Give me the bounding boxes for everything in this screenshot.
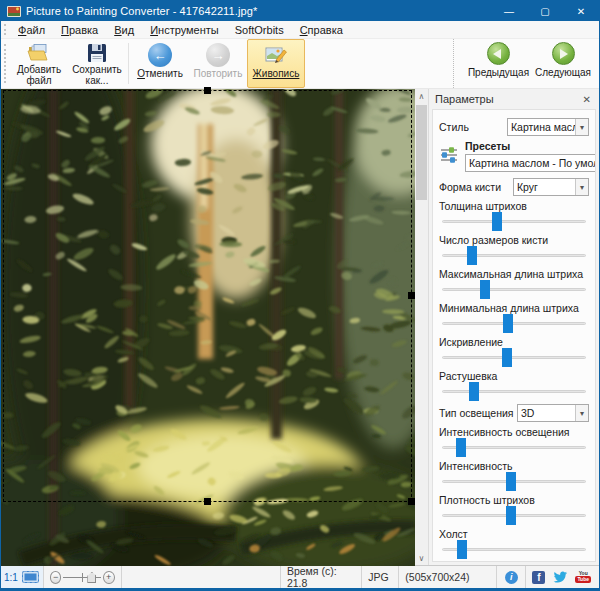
lighting-dropdown[interactable]: 3D ▾ <box>517 404 589 422</box>
fit-screen-button[interactable] <box>22 571 39 583</box>
menu-view[interactable]: Вид <box>106 23 142 37</box>
minimize-button[interactable]: — <box>491 1 527 21</box>
slider-thumb[interactable] <box>469 382 479 401</box>
caret-down-icon[interactable]: ▾ <box>575 119 588 135</box>
facebook-icon[interactable]: f <box>532 571 545 584</box>
slider-track[interactable] <box>442 382 586 402</box>
brush-shape-label: Форма кисти <box>439 181 501 193</box>
redo-arrow-icon: → <box>206 43 230 67</box>
window-title: Picture to Painting Converter - 41764221… <box>26 5 491 17</box>
next-button[interactable]: Следующая <box>535 42 591 86</box>
panel-title: Параметры <box>435 93 494 105</box>
slider-row: Плотность штрихов <box>439 494 589 526</box>
brush-shape-dropdown[interactable]: Круг ▾ <box>513 178 589 196</box>
zoom-out-button[interactable]: − <box>50 571 62 584</box>
zoom-slider-thumb[interactable] <box>87 572 96 583</box>
youtube-icon[interactable]: You Tube <box>575 571 591 583</box>
slider-row: Интенсивность освещения <box>439 426 589 458</box>
slider-row: Интенсивность <box>439 460 589 492</box>
save-as-button[interactable]: Сохранить как... <box>68 39 126 88</box>
info-icon[interactable]: i <box>505 571 518 584</box>
paint-button[interactable]: Живопись <box>247 39 305 88</box>
slider-track[interactable] <box>442 506 586 526</box>
selection-handle-bottom[interactable] <box>204 498 211 505</box>
slider-thumb[interactable] <box>503 314 513 333</box>
zoom-in-button[interactable]: + <box>103 571 115 584</box>
navigation-group: Предыдущая Следующая <box>453 39 599 88</box>
caret-down-icon[interactable]: ▾ <box>575 405 588 421</box>
scrollbar-track[interactable] <box>415 103 428 551</box>
titlebar: Picture to Painting Converter - 41764221… <box>1 1 599 21</box>
redo-button[interactable]: → Повторить <box>189 39 247 88</box>
menu-help[interactable]: Справка <box>292 23 351 37</box>
presets-icon <box>439 145 459 167</box>
render-time: Время (с): 21.8 <box>287 565 355 589</box>
selection-handle-top[interactable] <box>204 87 211 94</box>
parameters-panel: Параметры ✕ Стиль Картина маслом ▾ <box>428 89 599 565</box>
add-file-button[interactable]: Добавить файл <box>10 39 68 88</box>
selection-handle-right[interactable] <box>408 292 415 299</box>
undo-arrow-icon: ← <box>148 43 172 67</box>
selection-marquee[interactable] <box>3 90 412 502</box>
presets-label: Пресеты <box>465 140 596 152</box>
close-button[interactable]: ✕ <box>563 1 599 21</box>
slider-track[interactable] <box>442 438 586 458</box>
slider-row: Растушевка <box>439 370 589 402</box>
slider-track[interactable] <box>442 472 586 492</box>
presets-dropdown[interactable]: Картина маслом - По умолча ⌄ <box>465 154 596 172</box>
slider-row: Максимальная длина штриха <box>439 268 589 300</box>
painting-icon <box>265 43 288 67</box>
slider-thumb[interactable] <box>506 506 516 525</box>
undo-button[interactable]: ← Отменить <box>131 39 189 88</box>
slider-thumb[interactable] <box>456 438 466 457</box>
slider-track[interactable] <box>442 314 586 334</box>
window-controls: — ▢ ✕ <box>491 1 599 21</box>
slider-row: Толщина штрихов <box>439 200 589 232</box>
slider-track[interactable] <box>442 280 586 300</box>
open-folder-icon <box>27 43 52 63</box>
style-label: Стиль <box>439 121 469 133</box>
slider-thumb[interactable] <box>480 280 490 299</box>
style-dropdown[interactable]: Картина маслом ▾ <box>507 118 589 136</box>
lighting-label: Тип освещения <box>439 407 514 419</box>
zoom-slider[interactable] <box>63 571 100 583</box>
zoom-ratio-button[interactable]: 1:1 <box>4 572 18 583</box>
menu-softorbits[interactable]: SoftOrbits <box>227 23 292 37</box>
caret-down-icon[interactable]: ▾ <box>575 179 588 195</box>
slider-thumb[interactable] <box>502 348 512 367</box>
maximize-button[interactable]: ▢ <box>527 1 563 21</box>
vertical-scrollbar: ∧ ∨ <box>415 89 428 565</box>
menu-file[interactable]: Файл <box>10 23 53 37</box>
menu-tools[interactable]: Инструменты <box>142 23 227 37</box>
slider-thumb[interactable] <box>467 246 477 265</box>
slider-track[interactable] <box>442 246 586 266</box>
slider-track[interactable] <box>442 212 586 232</box>
scrollbar-thumb[interactable] <box>416 105 427 200</box>
toolbar-grip <box>4 44 6 83</box>
slider-thumb[interactable] <box>492 212 502 231</box>
panel-close-icon[interactable]: ✕ <box>581 94 593 105</box>
twitter-icon[interactable] <box>552 571 568 583</box>
main-area: ∧ ∨ Параметры ✕ Стиль Картина маслом ▾ <box>1 89 599 565</box>
selection-handle-bottom-right[interactable] <box>408 498 415 505</box>
scroll-down-button[interactable]: ∨ <box>415 551 428 565</box>
slider-track[interactable] <box>442 540 586 560</box>
canvas-area[interactable]: ∧ ∨ <box>1 89 428 565</box>
slider-thumb[interactable] <box>457 540 467 559</box>
app-window: Picture to Painting Converter - 41764221… <box>0 0 600 591</box>
scroll-up-button[interactable]: ∧ <box>415 89 428 103</box>
file-format: JPG <box>368 571 388 583</box>
slider-thumb[interactable] <box>506 472 516 491</box>
window-bottom-border <box>1 588 599 590</box>
menubar: Файл Правка Вид Инструменты SoftOrbits С… <box>1 21 599 39</box>
toolbar-separator <box>128 43 129 84</box>
statusbar: 1:1 − + Время (с): 21.8 JPG (505x700x24)… <box>1 565 599 588</box>
toolbar-grip <box>4 24 6 36</box>
app-icon <box>7 6 21 17</box>
menu-edit[interactable]: Правка <box>53 23 106 37</box>
slider-row: Минимальная длина штриха <box>439 302 589 334</box>
toolbar: Добавить файл Сохранить как... ← Отменит… <box>1 39 599 89</box>
slider-track[interactable] <box>442 348 586 368</box>
previous-arrow-icon <box>487 42 510 65</box>
previous-button[interactable]: Предыдущая <box>468 42 529 86</box>
